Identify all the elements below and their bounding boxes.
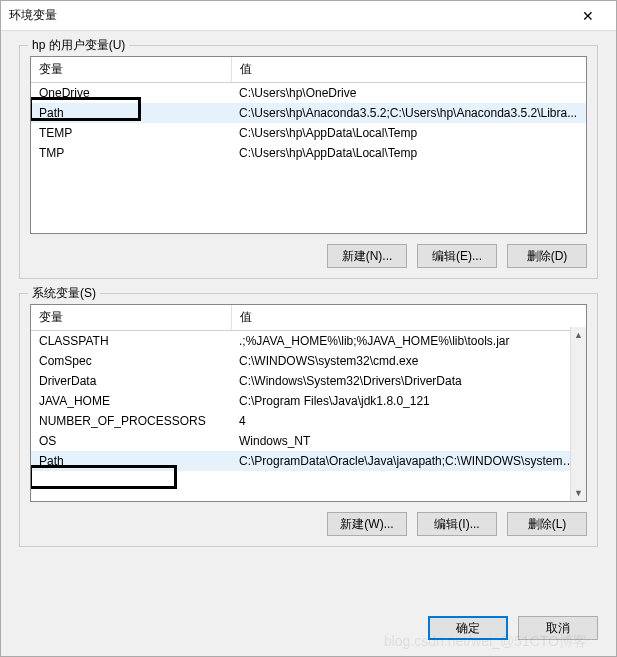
- edit-system-var-button[interactable]: 编辑(I)...: [417, 512, 497, 536]
- col-header-value[interactable]: 值: [231, 57, 586, 83]
- table-row[interactable]: OneDrive C:\Users\hp\OneDrive: [31, 83, 586, 104]
- system-vars-table-container: 变量 值 CLASSPATH .;%JAVA_HOME%\lib;%JAVA_H…: [30, 304, 587, 502]
- dialog-content: hp 的用户变量(U) 变量 值 OneDrive C:\Users\hp\On…: [1, 31, 616, 616]
- var-name: OneDrive: [31, 83, 231, 104]
- var-value: C:\Users\hp\Anaconda3.5.2;C:\Users\hp\An…: [231, 103, 586, 123]
- table-row[interactable]: ComSpec C:\WINDOWS\system32\cmd.exe: [31, 351, 586, 371]
- var-value: C:\Program Files\Java\jdk1.8.0_121: [231, 391, 586, 411]
- table-row[interactable]: Path C:\Users\hp\Anaconda3.5.2;C:\Users\…: [31, 103, 586, 123]
- new-user-var-button[interactable]: 新建(N)...: [327, 244, 407, 268]
- var-name: CLASSPATH: [31, 331, 231, 352]
- var-name: Path: [31, 451, 231, 471]
- user-buttons: 新建(N)... 编辑(E)... 删除(D): [30, 244, 587, 268]
- user-variables-group: hp 的用户变量(U) 变量 值 OneDrive C:\Users\hp\On…: [19, 45, 598, 279]
- user-vars-table[interactable]: 变量 值 OneDrive C:\Users\hp\OneDrive Path …: [31, 57, 586, 163]
- var-name: OS: [31, 431, 231, 451]
- table-row[interactable]: NUMBER_OF_PROCESSORS 4: [31, 411, 586, 431]
- col-header-name[interactable]: 变量: [31, 57, 231, 83]
- scroll-down-icon[interactable]: ▼: [571, 485, 586, 501]
- user-vars-table-container: 变量 值 OneDrive C:\Users\hp\OneDrive Path …: [30, 56, 587, 234]
- table-row[interactable]: TEMP C:\Users\hp\AppData\Local\Temp: [31, 123, 586, 143]
- col-header-name[interactable]: 变量: [31, 305, 231, 331]
- env-vars-dialog: 环境变量 ✕ hp 的用户变量(U) 变量 值 OneDriv: [0, 0, 617, 657]
- var-name: TEMP: [31, 123, 231, 143]
- new-system-var-button[interactable]: 新建(W)...: [327, 512, 407, 536]
- ok-button[interactable]: 确定: [428, 616, 508, 640]
- var-value: C:\Windows\System32\Drivers\DriverData: [231, 371, 586, 391]
- system-group-label: 系统变量(S): [28, 285, 100, 302]
- table-row[interactable]: JAVA_HOME C:\Program Files\Java\jdk1.8.0…: [31, 391, 586, 411]
- edit-user-var-button[interactable]: 编辑(E)...: [417, 244, 497, 268]
- var-value: C:\ProgramData\Oracle\Java\javapath;C:\W…: [231, 451, 586, 471]
- table-row[interactable]: TMP C:\Users\hp\AppData\Local\Temp: [31, 143, 586, 163]
- table-row[interactable]: CLASSPATH .;%JAVA_HOME%\lib;%JAVA_HOME%\…: [31, 331, 586, 352]
- table-row[interactable]: Path C:\ProgramData\Oracle\Java\javapath…: [31, 451, 586, 471]
- scroll-up-icon[interactable]: ▲: [571, 327, 586, 343]
- var-value: C:\WINDOWS\system32\cmd.exe: [231, 351, 586, 371]
- var-name: JAVA_HOME: [31, 391, 231, 411]
- var-value: C:\Users\hp\AppData\Local\Temp: [231, 123, 586, 143]
- var-value: Windows_NT: [231, 431, 586, 451]
- close-icon[interactable]: ✕: [568, 2, 608, 30]
- var-name: NUMBER_OF_PROCESSORS: [31, 411, 231, 431]
- var-name: Path: [31, 103, 231, 123]
- system-vars-table[interactable]: 变量 值 CLASSPATH .;%JAVA_HOME%\lib;%JAVA_H…: [31, 305, 586, 471]
- titlebar: 环境变量 ✕: [1, 1, 616, 31]
- var-value: .;%JAVA_HOME%\lib;%JAVA_HOME%\lib\tools.…: [231, 331, 586, 352]
- cancel-button[interactable]: 取消: [518, 616, 598, 640]
- var-value: 4: [231, 411, 586, 431]
- dialog-footer: 确定 取消: [1, 616, 616, 656]
- delete-user-var-button[interactable]: 删除(D): [507, 244, 587, 268]
- scrollbar[interactable]: ▲ ▼: [570, 327, 586, 501]
- var-value: C:\Users\hp\OneDrive: [231, 83, 586, 104]
- var-name: DriverData: [31, 371, 231, 391]
- table-row[interactable]: OS Windows_NT: [31, 431, 586, 451]
- var-value: C:\Users\hp\AppData\Local\Temp: [231, 143, 586, 163]
- col-header-value[interactable]: 值: [231, 305, 586, 331]
- var-name: TMP: [31, 143, 231, 163]
- user-group-label: hp 的用户变量(U): [28, 37, 129, 54]
- var-name: ComSpec: [31, 351, 231, 371]
- system-buttons: 新建(W)... 编辑(I)... 删除(L): [30, 512, 587, 536]
- table-row[interactable]: DriverData C:\Windows\System32\Drivers\D…: [31, 371, 586, 391]
- delete-system-var-button[interactable]: 删除(L): [507, 512, 587, 536]
- window-title: 环境变量: [9, 7, 568, 24]
- system-variables-group: 系统变量(S) 变量 值 CLASSPATH .;%JAVA_HOME%\lib…: [19, 293, 598, 547]
